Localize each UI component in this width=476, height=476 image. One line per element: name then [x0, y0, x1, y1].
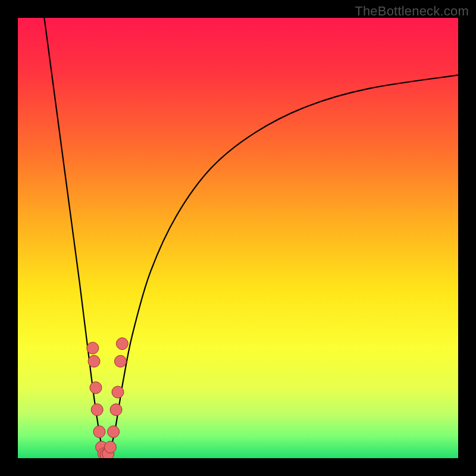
data-marker: [90, 382, 102, 394]
data-marker: [88, 355, 100, 367]
data-marker: [110, 404, 122, 416]
data-marker: [114, 355, 126, 367]
bottleneck-chart: [18, 18, 458, 458]
chart-frame: TheBottleneck.com: [0, 0, 476, 476]
data-marker: [116, 338, 128, 350]
data-marker: [104, 441, 116, 453]
data-marker: [112, 386, 124, 398]
plot-area: [18, 18, 458, 458]
watermark-text: TheBottleneck.com: [355, 4, 469, 19]
data-marker: [93, 426, 105, 438]
data-marker: [91, 404, 103, 416]
data-marker: [87, 342, 99, 354]
data-marker: [108, 426, 120, 438]
